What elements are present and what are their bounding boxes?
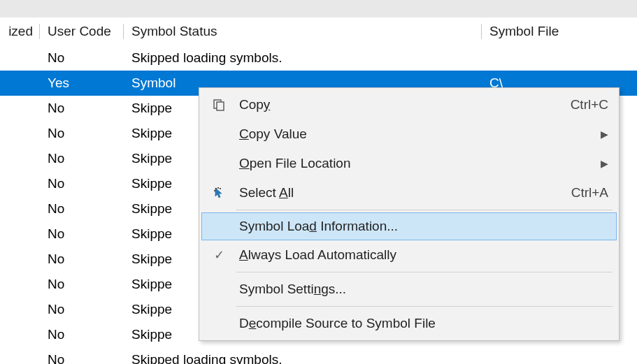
check-icon-slot: ✓ xyxy=(206,247,232,263)
menu-item-label: Decompile Source to Symbol File xyxy=(232,316,608,331)
menu-item-label: Open File Location xyxy=(232,156,594,171)
cell-optimized xyxy=(0,333,41,337)
cell-optimized xyxy=(0,307,41,312)
check-icon: ✓ xyxy=(214,247,224,263)
cell-optimized xyxy=(0,257,41,261)
menu-separator xyxy=(236,272,613,272)
menu-item-label: Select All xyxy=(232,185,563,201)
cell-symbol-status: Skipped loading symbols. xyxy=(124,48,482,68)
menu-item-copy[interactable]: CopyCtrl+C xyxy=(201,90,617,119)
cell-optimized xyxy=(0,282,41,286)
svg-rect-1 xyxy=(217,102,224,110)
menu-separator xyxy=(236,210,613,210)
menu-shortcut: Ctrl+A xyxy=(563,185,608,201)
cell-optimized xyxy=(0,207,41,211)
copy-icon xyxy=(212,98,226,112)
table-row[interactable]: NoSkipped loading symbols. xyxy=(0,45,637,71)
chevron-right-icon: ▶ xyxy=(594,129,608,140)
cell-user-code: No xyxy=(41,300,124,319)
column-header-symbol-status[interactable]: Symbol Status xyxy=(124,20,482,43)
cell-user-code: No xyxy=(41,275,124,294)
cell-user-code: No xyxy=(41,249,124,269)
column-header-symbol-file[interactable]: Symbol File xyxy=(482,20,637,43)
cursor-select-icon xyxy=(212,186,226,200)
menu-item-select-all[interactable]: Select AllCtrl+A xyxy=(201,178,617,208)
svg-point-4 xyxy=(220,188,221,189)
cell-user-code: No xyxy=(41,199,124,219)
cell-optimized xyxy=(0,131,41,136)
menu-item-label: Copy Value xyxy=(232,126,594,142)
svg-point-5 xyxy=(214,190,215,191)
menu-item-decompile[interactable]: Decompile Source to Symbol File xyxy=(201,309,617,338)
cell-optimized xyxy=(0,232,41,236)
menu-shortcut: Ctrl+C xyxy=(562,97,608,112)
cell-symbol-status: Skipped loading symbols. xyxy=(124,350,482,364)
menu-item-label: Symbol Settings... xyxy=(232,282,608,297)
window-chrome-strip xyxy=(0,0,637,17)
chevron-right-icon: ▶ xyxy=(594,158,608,169)
menu-item-label: Symbol Load Information... xyxy=(232,219,608,234)
column-header-user-code[interactable]: User Code xyxy=(41,20,124,43)
column-header-optimized[interactable]: ized xyxy=(0,20,41,43)
cell-user-code: No xyxy=(41,224,124,244)
menu-item-label: Always Load Automatically xyxy=(232,247,608,263)
menu-item-copy-value[interactable]: Copy Value▶ xyxy=(201,119,617,149)
cell-optimized xyxy=(0,56,41,60)
context-menu: CopyCtrl+CCopy Value▶Open File Location▶… xyxy=(199,87,620,341)
svg-point-3 xyxy=(217,187,219,189)
table-row[interactable]: NoSkipped loading symbols. xyxy=(0,347,637,364)
cell-optimized xyxy=(0,81,41,85)
cell-user-code: No xyxy=(41,350,124,364)
cell-optimized xyxy=(0,106,41,110)
menu-item-open-file[interactable]: Open File Location▶ xyxy=(201,149,617,178)
cell-symbol-file xyxy=(482,56,637,60)
copy-icon-slot xyxy=(206,98,232,112)
cell-optimized xyxy=(0,358,41,362)
cell-user-code: No xyxy=(41,174,124,194)
menu-separator xyxy=(236,306,613,307)
cell-optimized xyxy=(0,182,41,186)
table-header-row: ized User Code Symbol Status Symbol File xyxy=(0,17,637,45)
cell-user-code: No xyxy=(41,48,124,68)
menu-item-symbol-settings[interactable]: Symbol Settings... xyxy=(201,275,617,304)
cell-optimized xyxy=(0,156,41,161)
menu-item-always-load[interactable]: ✓Always Load Automatically xyxy=(201,240,617,270)
menu-item-label: Copy xyxy=(232,97,562,112)
cell-user-code: No xyxy=(41,325,124,344)
cell-user-code: No xyxy=(41,99,124,118)
cell-user-code: Yes xyxy=(41,73,124,93)
menu-item-symbol-load[interactable]: Symbol Load Information... xyxy=(201,212,617,240)
cell-user-code: No xyxy=(41,149,124,168)
cell-symbol-file xyxy=(482,358,637,362)
cursor-icon-slot xyxy=(206,186,232,200)
svg-point-2 xyxy=(215,188,217,189)
cell-user-code: No xyxy=(41,124,124,143)
